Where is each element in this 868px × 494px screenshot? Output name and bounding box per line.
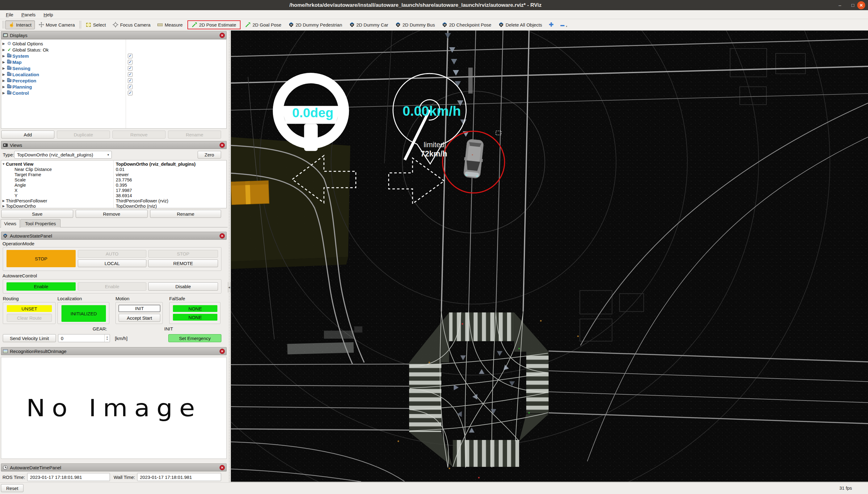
control-enable-active-button[interactable]: Enable: [6, 282, 76, 291]
svg-text:W: W: [397, 23, 399, 26]
tool-2d-dummy-pedestrian[interactable]: W 2D Dummy Pedestrian: [285, 20, 346, 29]
rename-view-button[interactable]: Rename: [150, 210, 221, 218]
tool-2d-goal-pose[interactable]: 2D Goal Pose: [242, 20, 285, 29]
tool-2d-dummy-bus[interactable]: W 2D Dummy Bus: [391, 20, 438, 29]
menu-panels[interactable]: Panels: [17, 11, 39, 18]
tool-delete-all-objects[interactable]: W Delete All Objects: [495, 20, 545, 29]
tree-row-map[interactable]: ▶ Map ✓: [1, 59, 226, 65]
control-enable-disabled-button[interactable]: Enable: [78, 282, 146, 291]
clear-route-button[interactable]: Clear Route: [7, 314, 52, 322]
ros-time-field[interactable]: 2023-01-17 17:18:01.981: [27, 473, 110, 481]
failsafe-state-badge-1: NONE: [173, 305, 217, 312]
remote-mode-button[interactable]: REMOTE: [148, 260, 218, 267]
rename-display-button[interactable]: Rename: [168, 131, 221, 138]
close-icon[interactable]: ✕: [220, 142, 225, 148]
datetime-panel-header[interactable]: AutowareDateTimePanel ✕: [1, 463, 227, 472]
spinner-arrows-icon[interactable]: ▲▼: [104, 335, 110, 342]
velocity-limit-spinbox[interactable]: 0 ▲▼: [58, 334, 110, 342]
tree-row-global-status[interactable]: ▶✓ Global Status: Ok: [1, 46, 226, 53]
toolbar-grip[interactable]: [2, 21, 4, 29]
property-row-current-view[interactable]: ▼Current ViewTopDownOrtho (rviz_default_…: [1, 162, 226, 167]
views-property-table[interactable]: ▼Current ViewTopDownOrtho (rviz_default_…: [1, 160, 227, 208]
localization-label: Localization: [57, 296, 82, 301]
collapse-left-icon[interactable]: ◀: [227, 282, 231, 292]
checkbox-checked[interactable]: ✓: [128, 66, 132, 71]
add-display-button[interactable]: Add: [1, 131, 54, 138]
property-row-third-person[interactable]: ▶ThirdPersonFollowerThirdPersonFollower …: [1, 198, 226, 203]
accept-start-button[interactable]: Accept Start: [118, 314, 160, 322]
checkbox-checked[interactable]: ✓: [128, 60, 132, 64]
property-row-angle[interactable]: Angle0.395: [1, 182, 226, 188]
menu-file[interactable]: File: [2, 11, 17, 18]
checkbox-checked[interactable]: ✓: [128, 91, 132, 95]
control-disable-button[interactable]: Disable: [148, 282, 218, 291]
tool-focus-camera[interactable]: Focus Camera: [109, 20, 154, 29]
close-icon[interactable]: ✕: [220, 349, 225, 354]
displays-tree[interactable]: ▶⚙ Global Options ▶✓ Global Status: Ok ▶…: [1, 39, 227, 129]
property-row-x[interactable]: X17.9987: [1, 188, 226, 193]
title-bar[interactable]: /home/hrkota/dev/autoware/install/autowa…: [0, 0, 868, 10]
local-mode-button[interactable]: LOCAL: [78, 260, 146, 267]
property-row-topdownortho[interactable]: ▶TopDownOrthoTopDownOrtho (rviz): [1, 203, 226, 209]
wall-time-label: Wall Time:: [114, 475, 135, 480]
wall-time-field[interactable]: 2023-01-17 17:18:01.981: [137, 473, 221, 481]
tool-interact[interactable]: ☝ Interact: [5, 20, 35, 29]
checkbox-checked[interactable]: ✓: [128, 78, 132, 83]
add-tool-button[interactable]: ✚: [546, 20, 557, 30]
close-icon[interactable]: ✕: [220, 33, 225, 38]
tree-row-perception[interactable]: ▶ Perception ✓: [1, 77, 226, 83]
displays-panel-header[interactable]: Displays ✕: [1, 31, 227, 39]
remove-display-button[interactable]: Remove: [112, 131, 166, 138]
property-row-near-clip[interactable]: Near Clip Distance0.01: [1, 167, 226, 172]
duplicate-display-button[interactable]: Duplicate: [57, 131, 110, 138]
send-velocity-limit-button[interactable]: Send Velocity Limit: [3, 334, 56, 342]
checkbox-checked[interactable]: ✓: [128, 84, 132, 89]
tab-views[interactable]: Views: [1, 219, 20, 228]
tool-2d-checkpoint-pose[interactable]: W 2D Checkpoint Pose: [438, 20, 495, 29]
reset-button[interactable]: Reset: [1, 484, 23, 492]
property-row-y[interactable]: Y38.6914: [1, 193, 226, 198]
status-bar: Reset 31 fps: [0, 482, 868, 494]
menu-help[interactable]: Help: [39, 11, 57, 18]
folder-icon: [7, 73, 12, 76]
tree-row-planning[interactable]: ▶ Planning ✓: [1, 83, 226, 90]
monitor-icon: [3, 33, 8, 37]
tool-select[interactable]: Select: [82, 20, 109, 29]
property-row-scale[interactable]: Scale23.7756: [1, 177, 226, 182]
stop-mode-button[interactable]: STOP: [6, 250, 76, 267]
remove-tool-button[interactable]: ▬▾: [557, 20, 571, 29]
save-view-button[interactable]: Save: [1, 210, 73, 218]
recognition-panel-header[interactable]: RecognitionResultOnImage ✕: [1, 347, 227, 355]
autoware-state-panel-header[interactable]: W AutowareStatePanel ✕: [1, 232, 227, 240]
tool-2d-dummy-car[interactable]: W 2D Dummy Car: [346, 20, 391, 29]
failsafe-label: FalSafe: [169, 296, 185, 301]
property-row-target-frame[interactable]: Target Frameviewer: [1, 172, 226, 177]
tree-row-system[interactable]: ▶ System ✓: [1, 53, 226, 59]
tool-2d-pose-estimate[interactable]: 2D Pose Estimate: [187, 20, 241, 29]
tree-row-control[interactable]: ▶ Control ✓: [1, 90, 226, 96]
close-icon[interactable]: ✕: [220, 465, 225, 470]
auto-mode-button[interactable]: AUTO: [78, 250, 146, 258]
tree-row-localization[interactable]: ▶ Localization ✓: [1, 71, 226, 77]
views-panel-header[interactable]: Views ✕: [1, 141, 227, 149]
tree-row-sensing[interactable]: ▶ Sensing ✓: [1, 65, 226, 71]
set-emergency-button[interactable]: Set Emergency: [168, 334, 221, 342]
tab-tool-properties[interactable]: Tool Properties: [20, 219, 60, 227]
panel-splitter[interactable]: ◀: [227, 31, 231, 482]
checkbox-checked[interactable]: ✓: [128, 54, 132, 58]
displays-panel-title: Displays: [10, 33, 27, 38]
tool-move-camera[interactable]: Move Camera: [35, 20, 78, 29]
view-type-combobox[interactable]: TopDownOrtho (rviz_default_plugins) ▼: [14, 151, 112, 158]
3d-viewport[interactable]: 0.0deg 0.00km/h limited 72km/h: [231, 31, 868, 482]
stop-disabled-button[interactable]: STOP: [148, 250, 218, 258]
close-button[interactable]: ✕: [857, 1, 865, 9]
tree-row-global-options[interactable]: ▶⚙ Global Options: [1, 40, 226, 46]
close-icon[interactable]: ✕: [220, 233, 225, 239]
type-label: Type:: [3, 152, 14, 157]
tool-measure[interactable]: Measure: [154, 20, 186, 29]
minimize-button[interactable]: –: [834, 0, 846, 10]
checkbox-checked[interactable]: ✓: [128, 72, 132, 77]
zero-button[interactable]: Zero: [198, 151, 221, 158]
rviz-window: /home/hrkota/dev/autoware/install/autowa…: [0, 0, 868, 494]
remove-view-button[interactable]: Remove: [76, 210, 148, 218]
